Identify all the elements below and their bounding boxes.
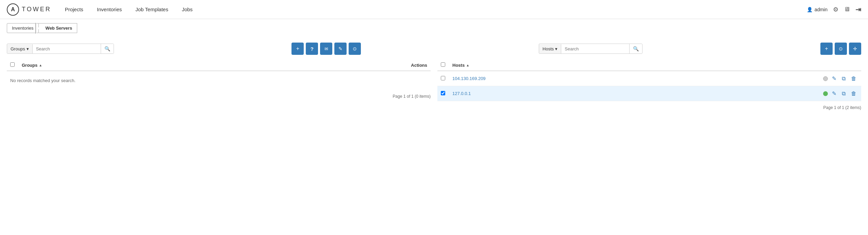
groups-select-all-checkbox[interactable] [10,62,18,68]
hosts-dropdown-btn[interactable]: Hosts ▾ [539,44,561,53]
run-commands-btn[interactable]: ✛ [849,43,861,55]
groups-pagination: Page 1 of 1 (0 items) [7,90,431,99]
center-actions: + ? ✉ ✎ ⊙ [291,43,361,55]
host-copy-btn-1[interactable]: ⧉ [840,90,847,97]
host-checkbox-0[interactable] [441,76,445,80]
hosts-toolbar: Hosts ▾ 🔍 [539,44,642,54]
nav-user: 👤 admin [807,7,828,12]
groups-search-icon[interactable]: 🔍 [101,44,114,53]
groups-actions-header: Actions [411,63,427,68]
groups-search-input[interactable] [33,44,101,53]
logout-icon[interactable]: ⇥ [855,5,861,14]
groups-table-header: Groups ▲ Actions [7,60,431,71]
hosts-checkbox-all[interactable] [441,62,445,67]
hosts-dropdown-caret: ▾ [555,46,557,51]
hosts-pagination: Page 1 of 1 (2 items) [437,101,861,110]
host-name-1[interactable]: 127.0.0.1 [452,91,823,96]
host-delete-btn-1[interactable]: 🗑 [850,90,858,97]
add-host-btn[interactable]: + [820,43,833,55]
right-schedule-btn[interactable]: ⊙ [835,43,847,55]
host-checkbox-1[interactable] [441,91,445,95]
groups-col-header: Groups ▲ [22,63,42,68]
user-icon: 👤 [807,7,813,12]
host-row-selected: 127.0.0.1 ✎ ⧉ 🗑 [437,86,861,101]
hosts-search-icon[interactable]: 🔍 [629,44,642,53]
logo-circle: A [7,3,19,16]
logo-area: A TOWER [7,3,51,16]
hosts-search-group: Hosts ▾ 🔍 [539,44,642,54]
host-row: 104.130.169.209 ✎ ⧉ 🗑 [437,71,861,86]
breadcrumb: Inventories Web Servers [0,19,868,37]
hosts-dropdown-label: Hosts [542,46,554,51]
hosts-table-header: Hosts ▲ [437,60,861,71]
monitor-icon[interactable]: 🖥 [844,6,850,13]
host-copy-btn-0[interactable]: ⧉ [840,75,847,82]
panels: Groups ▲ Actions No records matched your… [7,60,861,110]
host-name-0[interactable]: 104.130.169.209 [452,76,823,81]
no-records-msg: No records matched your search. [7,71,431,90]
groups-search-group: Groups ▾ 🔍 [7,44,114,54]
hosts-panel: Hosts ▲ 104.130.169.209 ✎ ⧉ 🗑 [437,60,861,110]
groups-dropdown-caret: ▾ [27,46,29,51]
top-nav: A TOWER Projects Inventories Job Templat… [0,0,868,19]
logo-letter: A [11,6,15,13]
logo-text: TOWER [22,6,51,13]
hosts-sort-arrow: ▲ [466,63,469,67]
nav-links: Projects Inventories Job Templates Jobs [65,6,807,12]
hosts-select-all-checkbox[interactable] [441,62,449,68]
groups-panel: Groups ▲ Actions No records matched your… [7,60,431,110]
host-delete-btn-0[interactable]: 🗑 [850,75,858,82]
host-status-dot-0 [823,76,828,81]
breadcrumb-web-servers[interactable]: Web Servers [39,23,78,33]
center-launch-btn[interactable]: ✉ [320,43,332,55]
hosts-search-input[interactable] [561,44,629,53]
groups-checkbox-all[interactable] [10,62,15,67]
center-edit-btn[interactable]: ✎ [334,43,347,55]
groups-toolbar: Groups ▾ 🔍 [7,44,114,54]
nav-right: 👤 admin ⚙ 🖥 ⇥ [807,5,861,14]
host-actions-1: ✎ ⧉ 🗑 [823,90,858,97]
nav-jobs[interactable]: Jobs [182,6,193,12]
right-action-btns: + ⊙ ✛ [820,43,861,55]
groups-dropdown-btn[interactable]: Groups ▾ [7,44,33,53]
host-edit-btn-0[interactable]: ✎ [831,75,838,82]
full-toolbar: Groups ▾ 🔍 + ? ✉ ✎ ⊙ [7,43,861,55]
username: admin [815,7,828,12]
host-status-dot-1 [823,91,828,96]
center-add-btn[interactable]: + [291,43,304,55]
nav-projects[interactable]: Projects [65,6,83,12]
host-actions-0: ✎ ⧉ 🗑 [823,75,858,82]
nav-inventories[interactable]: Inventories [97,6,122,12]
groups-dropdown-label: Groups [11,46,25,51]
settings-icon[interactable]: ⚙ [833,6,838,13]
groups-sort-arrow: ▲ [39,63,42,67]
nav-job-templates[interactable]: Job Templates [135,6,168,12]
breadcrumb-inventories[interactable]: Inventories [7,23,39,33]
host-edit-btn-1[interactable]: ✎ [831,90,838,97]
center-schedule-btn[interactable]: ⊙ [349,43,361,55]
hosts-col-header: Hosts ▲ [452,63,469,68]
center-help-btn[interactable]: ? [306,43,318,55]
main-content: Groups ▾ 🔍 + ? ✉ ✎ ⊙ [0,37,868,115]
